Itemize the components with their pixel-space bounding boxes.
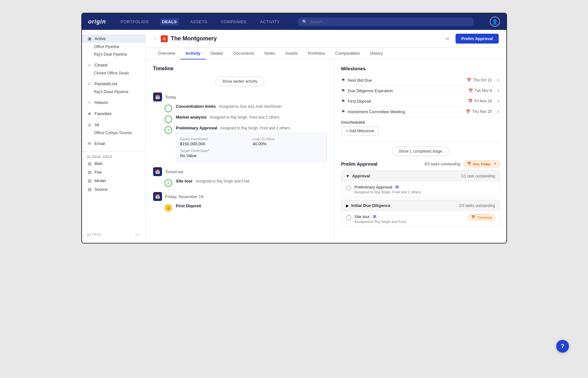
sidebar-item-fee[interactable]: ▤ Fee [82, 168, 145, 176]
task-group-due-diligence-count: 2/3 tasks outstanding [459, 203, 495, 208]
task-content-2: Market analysis Assigned to Raj Singh, F… [176, 115, 327, 120]
sidebar-item-historic[interactable]: ☆ Historic [82, 98, 145, 107]
tab-history[interactable]: History [365, 48, 388, 59]
loan-to-value-row: Loan To Value 40.00% [253, 137, 323, 146]
milestone-remove-4[interactable]: ✕ [497, 109, 500, 114]
timeline-item-site-tour: ⚙ Site tour Assigned to Raj Singh and Fr… [165, 179, 327, 187]
milestone-remove-3[interactable]: ✕ [497, 99, 500, 104]
nav-portfolios[interactable]: PORTFOLIOS [119, 18, 151, 25]
sidebar: ▣ Active Office Pipeline Raj's Deal Pipe… [82, 30, 145, 243]
sidebar-label-favorites: Favorites [95, 111, 112, 116]
task-circle-2 [165, 115, 172, 123]
nav-deals[interactable]: DEALS [160, 18, 179, 25]
sidebar-label-fee: Fee [95, 170, 102, 175]
due-today-close-icon[interactable]: ✕ [494, 162, 497, 166]
flag-icon-3: ⚑ [341, 99, 345, 104]
tab-bar: Overview Activity Details Documents Note… [145, 48, 506, 59]
sidebar-item-passed-lost[interactable]: ✓ Passed/Lost [82, 79, 145, 88]
task-circle-3: ⚙ [165, 126, 172, 134]
collapse-icon[interactable]: << [135, 233, 140, 237]
search-input[interactable] [310, 19, 470, 24]
task-name-2: Market analysis [176, 115, 207, 120]
task-content-prelim: Preliminary Approval M Assigned to Raj S… [355, 185, 495, 194]
tab-activity[interactable]: Activity [180, 48, 206, 59]
milestone-remove-2[interactable]: ✕ [497, 88, 500, 93]
prelim-stage-header: Prelim Approval 4/5 tasks outstanding 📅 … [341, 161, 500, 167]
milestone-date-2: 📅 Tue Nov 9 [468, 88, 492, 93]
add-milestone-button[interactable]: + Add Milestone [341, 127, 379, 135]
sidebar-item-rajs-deal-pipeline[interactable]: Raj's Deal Pipeline [82, 51, 145, 58]
task-name-site-tour-right: Site tour M [355, 214, 465, 219]
task-content-3: Preliminary Approval Assigned to Raj Sin… [176, 126, 327, 162]
friday-label: 📅 Friday, November 19 [153, 192, 327, 201]
edit-icon[interactable]: ✏ [446, 36, 450, 42]
tasks-outstanding: 4/5 tasks outstanding [424, 162, 460, 166]
timeline-item-prelim-approval: ⚙ Preliminary Approval Assigned to Raj S… [165, 126, 327, 162]
sidebar-item-active[interactable]: ▣ Active [82, 34, 145, 43]
task-group-due-diligence-header[interactable]: ▶ Initial Due Diligence 2/3 tasks outsta… [341, 200, 500, 211]
nav-activity[interactable]: ACTIVITY [258, 18, 282, 25]
source-icon: ▤ [87, 187, 92, 192]
tab-documents[interactable]: Documents [228, 48, 259, 59]
sidebar-label-active: Active [95, 36, 106, 41]
task-group-approval-header[interactable]: ▼ Approval 1/1 task outstanding [341, 171, 500, 181]
task-content-site-tour: Site tour Assigned to Raj Singh and Fred [176, 179, 327, 183]
search-bar: 🔍 [298, 17, 474, 26]
nav-assets[interactable]: ASSETS [188, 18, 209, 25]
sidebar-label-passed: Passed/Lost [95, 81, 118, 86]
tab-comparables[interactable]: Comparables [330, 48, 365, 59]
sidebar-item-source[interactable]: ▤ Source [82, 185, 145, 194]
sidebar-item-office-pipeline[interactable]: Office Pipeline [82, 43, 145, 51]
sidebar-item-all[interactable]: ◎ All [82, 120, 145, 129]
calendar-due-icon: 📅 [467, 162, 471, 166]
calendar-icon-4: 📅 [466, 109, 470, 114]
sidebar-label-closed: Closed [95, 63, 107, 67]
tab-details[interactable]: Details [206, 48, 228, 59]
tab-assets[interactable]: Assets [280, 48, 303, 59]
calendar-icon-2: 📅 [468, 88, 473, 93]
check-icon: ✓ [87, 63, 92, 67]
sidebar-item-closed-office-deals[interactable]: Closed Office Deals [82, 69, 145, 77]
task-name-site-tour: Site tour [176, 179, 193, 183]
task-checkbox-prelim[interactable] [346, 185, 351, 191]
favorite-star-icon[interactable]: ☆ [153, 36, 158, 42]
calendar-icon-1: 📅 [467, 78, 471, 82]
tab-overview[interactable]: Overview [153, 48, 180, 59]
task-m-badge-site-tour: M [372, 215, 377, 219]
show-earlier-activity-button[interactable]: Show earlier activity [215, 77, 264, 86]
timeline-panel: Timeline Show earlier activity 📅 Today C… [145, 59, 335, 243]
nav-companies[interactable]: COMPANIES [219, 18, 249, 25]
show-completed-stage-button[interactable]: Show 1 completed stage [392, 147, 449, 156]
milestone-date-1: 📅 Thu Oct 21 [467, 78, 492, 82]
task-assigned-1: Assigned to Sue and Josh Hechtman [219, 104, 281, 109]
sidebar-item-rajs-dead-pipeline[interactable]: Raj's Dead Pipeline [82, 88, 145, 96]
right-panel: Milestones ⚑ Next Bid Due 📅 Thu Oct 21 ✕ [335, 59, 506, 243]
tab-notes[interactable]: Notes [259, 48, 280, 59]
calendar-tomorrow-icon: 📅 [471, 215, 476, 219]
prelim-approval-button[interactable]: Prelim Approval [456, 34, 498, 44]
user-icon[interactable]: 👤 [490, 17, 500, 27]
sidebar-item-bids[interactable]: ▤ Bids [82, 159, 145, 168]
task-group-approval-name: Approval [352, 174, 458, 178]
task-assigned-3: Assigned to Raj Singh, Fred and 2 others [220, 126, 290, 130]
panels: Timeline Show earlier activity 📅 Today C… [145, 59, 506, 243]
friday-calendar-icon: 📅 [153, 192, 162, 201]
loan-to-value-value: 40.00% [253, 141, 323, 146]
historic-icon: ☆ [87, 100, 92, 105]
task-checkbox-site-tour[interactable] [346, 215, 351, 220]
sidebar-item-closed[interactable]: ✓ Closed [82, 61, 145, 69]
milestone-remove-1[interactable]: ✕ [497, 78, 500, 83]
milestones-section: Milestones ⚑ Next Bid Due 📅 Thu Oct 21 ✕ [341, 66, 500, 135]
sidebar-item-office-comps-toronto[interactable]: Office Comps Toronto [82, 129, 145, 137]
sidebar-label-email: Email [95, 141, 105, 146]
timeline-item-concentration-limits: Concentration limits Assigned to Sue and… [165, 104, 327, 112]
sidebar-item-email[interactable]: ✉ Email [82, 139, 145, 148]
task-name-3: Preliminary Approval [176, 126, 217, 130]
timeline-title: Timeline [153, 66, 327, 72]
fee-icon: ▤ [87, 170, 92, 175]
due-today-label: Due Today [473, 162, 490, 166]
tab-portfolios[interactable]: Portfolios [303, 48, 330, 59]
sidebar-item-model[interactable]: ▤ Model [82, 176, 145, 185]
sidebar-item-favorites[interactable]: ★ Favorites [82, 109, 145, 118]
sidebar-label-model: Model [95, 178, 106, 183]
